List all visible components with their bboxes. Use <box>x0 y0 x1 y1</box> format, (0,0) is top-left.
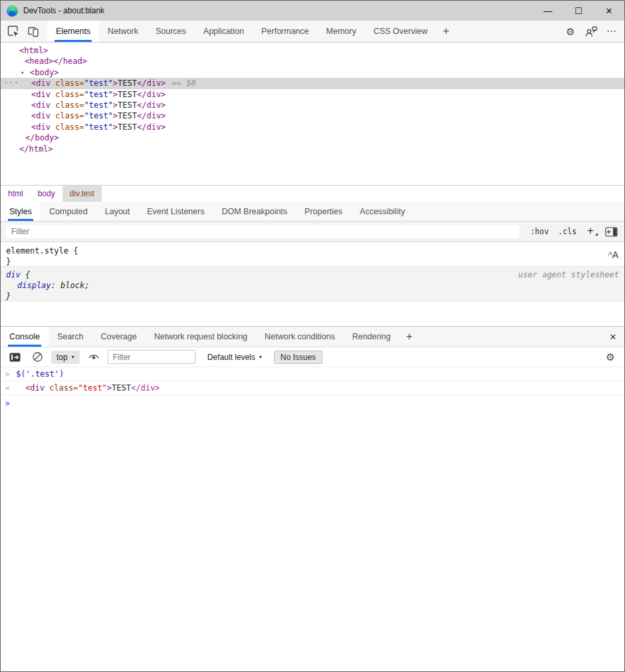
more-tools-button[interactable]: + <box>436 21 456 42</box>
console-result-text: <div class="test">TEST</div> <box>25 384 160 393</box>
drawer-tab-rendering[interactable]: Rendering <box>344 327 400 347</box>
console-command-entry[interactable]: > $('.test') <box>1 367 624 381</box>
tab-elements[interactable]: Elements <box>47 21 99 42</box>
code-token-value: "test" <box>84 90 112 99</box>
code-token-attr: class= <box>55 100 84 110</box>
sidebar-tab-computed[interactable]: Computed <box>41 202 96 221</box>
dom-tree-row[interactable]: </html> <box>1 144 624 154</box>
code-token-tag: <div <box>31 79 55 88</box>
expand-arrow-icon[interactable]: ▾ <box>21 67 24 78</box>
computed-sidebar-toggle-icon[interactable] <box>602 223 620 240</box>
sidebar-tab-dom-breakpoints[interactable]: DOM Breakpoints <box>213 202 296 221</box>
dom-tree-row[interactable]: ▾<body> <box>1 67 624 78</box>
styles-filter-input[interactable] <box>5 225 519 238</box>
code-token-attr: class= <box>55 122 84 132</box>
dom-tree-row[interactable]: <div class="test">TEST</div> <box>1 110 624 121</box>
tab-application[interactable]: Application <box>195 21 253 42</box>
css-property-row[interactable]: display: block; <box>6 280 619 291</box>
sidebar-tab-properties[interactable]: Properties <box>296 202 351 221</box>
dom-tree: <html><head></head>▾<body>···<div class=… <box>1 43 624 185</box>
tab-sources[interactable]: Sources <box>147 21 195 42</box>
breadcrumb-body[interactable]: body <box>31 186 62 202</box>
tab-performance[interactable]: Performance <box>253 21 318 42</box>
console-filter-input[interactable] <box>108 350 195 364</box>
console-token-cclose: </div> <box>131 383 160 393</box>
dom-tree-row[interactable]: <div class="test">TEST</div> <box>1 122 624 132</box>
dom-tree-row[interactable]: <head></head> <box>1 56 624 67</box>
code-token-tag: </div> <box>137 90 166 99</box>
sidebar-tab-event-listeners[interactable]: Event Listeners <box>138 202 213 221</box>
edge-logo-icon <box>7 5 18 17</box>
live-expression-eye-icon[interactable] <box>85 349 102 366</box>
console-sidebar-toggle-icon[interactable] <box>6 349 23 366</box>
main-toolbar: ElementsNetworkSourcesApplicationPerform… <box>1 21 624 43</box>
drawer-tab-coverage[interactable]: Coverage <box>92 327 145 347</box>
dom-tree-row[interactable]: <html> <box>1 45 624 56</box>
user-agent-style-rule[interactable]: div { user agent stylesheet display: blo… <box>1 267 624 301</box>
code-token-text: TEST <box>118 79 137 88</box>
tab-memory[interactable]: Memory <box>318 21 365 42</box>
feedback-icon[interactable] <box>582 23 600 40</box>
devtools-window: DevTools - about:blank — ☐ ✕ ElementsNet <box>0 0 625 672</box>
code-token-text: TEST <box>118 90 137 99</box>
close-button[interactable]: ✕ <box>594 1 624 21</box>
code-token-tag: </body> <box>25 133 59 142</box>
code-token-tag: > <box>113 79 118 88</box>
new-style-rule-button[interactable]: + <box>581 224 600 239</box>
title-bar: DevTools - about:blank — ☐ ✕ <box>1 1 624 21</box>
clear-console-icon[interactable] <box>29 349 46 366</box>
log-levels-select[interactable]: Default levels ▾ <box>205 353 265 362</box>
console-settings-gear-icon[interactable]: ⚙ <box>602 349 619 366</box>
dom-tree-row[interactable]: <div class="test">TEST</div> <box>1 89 624 100</box>
code-token-value: "test" <box>84 79 112 88</box>
console-prompt[interactable]: > <box>1 395 624 410</box>
code-token-tag: </div> <box>137 79 166 88</box>
code-token-tag: > <box>113 90 118 99</box>
row-overflow-dots[interactable]: ··· <box>4 78 19 88</box>
dom-tree-row[interactable]: ···<div class="test">TEST</div>== $0 <box>1 78 624 88</box>
sidebar-tab-layout[interactable]: Layout <box>96 202 139 221</box>
code-token-tag: </div> <box>137 122 166 132</box>
dom-tree-row[interactable]: </body> <box>1 132 624 143</box>
code-token-tag: </div> <box>137 111 166 120</box>
breadcrumb-html[interactable]: html <box>1 186 31 202</box>
code-token-tag: <div <box>31 90 55 99</box>
sidebar-tab-styles[interactable]: Styles <box>1 202 41 221</box>
toggle-pseudo-classes-button[interactable]: :hov <box>526 227 554 236</box>
console-toolbar: top ▾ Default levels ▾ No Issues ⚙ <box>1 347 624 367</box>
main-tab-strip: ElementsNetworkSourcesApplicationPerform… <box>47 21 436 42</box>
drawer-tab-search[interactable]: Search <box>49 327 92 347</box>
console-log-area: > $('.test') < <div class="test">TEST</d… <box>1 367 624 671</box>
drawer-tab-console[interactable]: Console <box>1 327 49 347</box>
command-chevron-icon: > <box>5 370 16 379</box>
device-toolbar-icon[interactable] <box>25 23 42 40</box>
breadcrumb: htmlbodydiv.test <box>1 185 624 202</box>
inspect-element-icon[interactable] <box>5 23 22 40</box>
close-drawer-icon[interactable]: ✕ <box>602 327 624 347</box>
sidebar-tab-accessibility[interactable]: Accessibility <box>351 202 414 221</box>
drawer-tab-network-request-blocking[interactable]: Network request blocking <box>146 327 256 347</box>
breadcrumb-div-test[interactable]: div.test <box>62 186 102 202</box>
code-token-tag: <div <box>31 100 55 110</box>
tab-network[interactable]: Network <box>99 21 147 42</box>
settings-gear-icon[interactable]: ⚙ <box>562 23 579 40</box>
minimize-button[interactable]: — <box>533 1 563 21</box>
code-token-tag: <body> <box>30 68 59 77</box>
maximize-button[interactable]: ☐ <box>563 1 594 21</box>
font-editor-icon[interactable]: AA <box>608 250 618 259</box>
drawer-tab-network-conditions[interactable]: Network conditions <box>256 327 344 347</box>
javascript-context-select[interactable]: top ▾ <box>51 351 80 364</box>
console-result-entry[interactable]: < <div class="test">TEST</div> <box>1 381 624 395</box>
issues-counter-button[interactable]: No Issues <box>274 351 322 364</box>
more-options-icon[interactable]: ⋯ <box>603 23 620 40</box>
code-token-tag: </div> <box>137 100 166 110</box>
dom-tree-row[interactable]: <div class="test">TEST</div> <box>1 100 624 110</box>
code-token-tag: > <box>113 100 118 110</box>
prompt-chevron-icon: > <box>5 399 16 408</box>
more-drawer-tools-button[interactable]: + <box>399 327 419 347</box>
toggle-element-classes-button[interactable]: .cls <box>553 227 581 236</box>
code-token-tag: </html> <box>19 144 53 154</box>
inline-style-selector-line: element.style { <box>6 246 619 256</box>
tab-css-overview[interactable]: CSS Overview <box>365 21 436 42</box>
inline-style-rule[interactable]: element.style { } AA <box>1 242 624 267</box>
